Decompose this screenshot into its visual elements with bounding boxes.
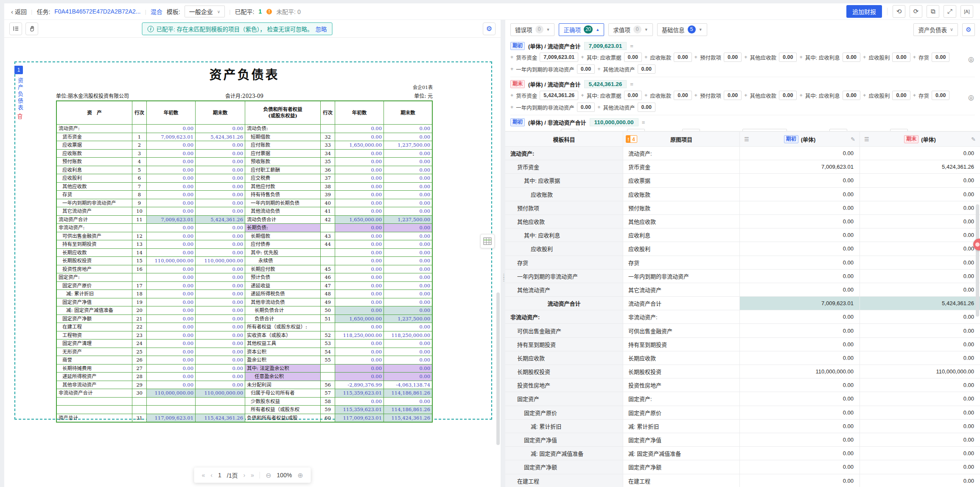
mapping-table-row[interactable]: 可供出售金融资产可供出售金融资产0.000.00 [505,324,980,337]
sheet-table-row[interactable]: 减: 固定资产减值准备200.000.00长期负债合计500.000.00 [57,306,432,314]
ignore-link[interactable]: 忽略 [316,25,327,33]
term-value[interactable]: 5,424,361.26 [540,91,578,100]
mapping-table-row[interactable]: 其他应收款其他应收款0.000.00 [505,215,980,228]
pencil-icon[interactable]: ✎ [971,136,976,142]
template-select[interactable]: 一般企业 ∨ [185,6,225,17]
history-icon[interactable]: ⟲ [893,5,905,18]
tab-求值项[interactable]: 求值项0▼ [608,23,652,36]
tab-基础信息[interactable]: 基础信息5▼ [657,23,707,36]
sheet-table-row[interactable]: 递延所得税资产280.000.00任意盈余公积0.000.00 [57,372,432,381]
mapping-table-row[interactable]: 减: 固定资产减值准备减: 固定资产减值准备0.000.00 [505,447,980,460]
term-value[interactable]: 0.00 [779,53,797,62]
document-scrollbar[interactable] [496,292,500,445]
mapping-table-row[interactable]: 非流动资产:非流动资产:0.000.00 [505,310,980,324]
term-value[interactable]: 0.00 [577,103,595,112]
mapping-table-row[interactable]: 其中: 应收利息应收利息0.000.00 [505,228,980,242]
mapping-table-row[interactable]: 其中: 应收票据应收票据0.000.00 [505,174,980,187]
append-report-button[interactable]: 追加财报 [846,5,882,18]
formula-total[interactable]: 7,009,623.01 [584,42,627,50]
zoom-in-icon[interactable]: ⊕ [297,471,303,479]
sheet-table-row[interactable]: 减: 累计折旧180.000.00递延所得税负债480.000.00 [57,289,432,298]
first-page-icon[interactable]: « [202,472,205,479]
sheet-table-row[interactable]: 固定资产净值190.000.00其他非流动负债490.000.00 [57,298,432,306]
sheet-table-row[interactable]: 可供出售金融资产120.000.00长期借款430.000.00 [57,232,432,240]
sheet-table-row[interactable]: 长期应收款140.000.00其中: 优先股0.000.00 [57,248,432,257]
list-icon[interactable]: ☰ [744,136,749,142]
mapping-table-row[interactable]: 预付款项预付账款0.000.00 [505,201,980,215]
term-value[interactable]: 7,009,623.01 [540,53,578,62]
term-value[interactable]: 0.00 [892,53,910,62]
last-page-icon[interactable]: » [251,472,254,479]
task-id-link[interactable]: F0A41B46572E47D2A2B72A2... [54,8,140,15]
panel-scrollbar[interactable] [976,204,979,317]
sheet-table-row[interactable]: 持有至到期投资130.000.00应付债券440.000.00 [57,240,432,248]
sheet-table-row[interactable]: 商誉260.000.00盈余公积550.000.00 [57,356,432,364]
mapping-table-row[interactable]: 应收账款应收账款0.000.00 [505,188,980,201]
mapping-table-row[interactable]: 流动资产:流动资产:0.000.00 [505,147,980,160]
list-icon[interactable]: ☰ [864,136,869,142]
sheet-table-row[interactable]: 流动资产合计117,009,623.015,424,361.26流动负债合计42… [57,215,432,224]
outline-icon[interactable] [9,22,22,35]
sheet-table-row[interactable]: 长期待摊费用270.000.00其中: 法定盈余公积0.000.00 [57,364,432,373]
term-value[interactable]: 0.00 [674,53,692,62]
panel-settings-gear-icon[interactable]: ⚙ [962,23,975,36]
mapping-table-row[interactable]: 固定资产净值固定资产净值0.000.00 [505,433,980,447]
trash-icon[interactable] [17,113,23,120]
term-value[interactable]: 0.00 [624,53,642,62]
mapping-table-row[interactable]: 货币资金货币资金7,009,623.015,424,361.26 [505,160,980,174]
sheet-table-row[interactable]: 货币资金17,009,623.015,424,361.26短期借款320.000… [57,133,432,141]
sheet-table-row[interactable]: 固定资产:0.000.00预计负债460.000.00 [57,273,432,281]
locate-icon[interactable]: ◎ [968,93,974,101]
sheet-table-row[interactable]: 流动资产:0.000.00流动负债:0.000.00 [57,124,432,133]
term-value[interactable]: 0.00 [932,53,949,62]
ocr-icon[interactable]: [A] [960,5,973,18]
formula-total[interactable]: 5,424,361.26 [584,80,627,88]
prev-page-icon[interactable]: ‹ [210,472,213,479]
mapping-table-row[interactable]: 存货存货0.000.00 [505,256,980,270]
sheet-side-tab[interactable]: 资产负债表 [16,78,24,111]
tab-正确项[interactable]: 正确项20▲ [559,23,604,36]
sheet-table-row[interactable]: 应收票据20.000.00应付账款331,650,000.001,237,500… [57,141,432,149]
sheet-table-row[interactable]: 固定资产净额210.000.00负债合计511,650,000.001,237,… [57,314,432,323]
sheet-table-row[interactable]: 无形资产250.000.00资本公积540.000.00 [57,348,432,356]
open-in-new-icon[interactable]: ⧉ [927,5,939,18]
sheet-table-row[interactable]: 应收利息50.000.00应付职工薪酬360.000.00 [57,166,432,174]
page-input[interactable]: 1 [218,472,221,479]
term-value[interactable]: 0.00 [724,91,742,100]
document-selection[interactable]: 1 资产负债表 资产负债表 会企01表 单位:丽水金汛股权投资有限公司 会计月:… [14,61,492,420]
report-type-select[interactable]: 资产负债表 ∨ [913,23,958,36]
term-value[interactable]: 0.00 [779,91,797,100]
sheet-table-row[interactable]: 所有者权益（或股东权59115,359,623.01114,186,861.26 [57,405,432,414]
fullscreen-icon[interactable]: ⤢ [944,5,956,18]
sheet-table-row[interactable]: 非流动资产:0.000.00长期负债:0.000.00 [57,223,432,232]
panel-splitter[interactable]: ⋮⋮ [501,20,505,487]
term-value[interactable]: 0.00 [892,91,910,100]
sheet-table-row[interactable]: 应收股利60.000.00应交税费370.000.00 [57,174,432,182]
refresh-icon[interactable]: ⟳ [910,5,922,18]
term-value[interactable]: 0.00 [843,53,860,62]
sheet-table-row[interactable]: 固定资产原价170.000.00递延收益470.000.00 [57,281,432,290]
mapping-table-row[interactable]: 固定资产固定资产:0.000.00 [505,392,980,406]
pencil-icon[interactable]: ✎ [851,136,855,142]
sheet-table-row[interactable]: 其他应收款70.000.00其他应付款380.000.00 [57,182,432,191]
sheet-table-row[interactable]: 非流动资产合计30110,000,000.00110,000,000.00归属于… [57,389,432,397]
term-value[interactable]: 0.00 [932,91,949,100]
next-page-icon[interactable]: › [243,472,245,479]
sheet-table-row[interactable]: 少数股东权益580.000.00 [57,397,432,406]
table-locate-icon[interactable] [480,234,495,248]
sheet-table-row[interactable]: 投资性房地产160.000.00长期应付款450.000.00 [57,265,432,273]
mapping-table-row[interactable]: 一年内到期的非流动资产一年内到期的非流动资产0.000.00 [505,270,980,283]
sheet-table-row[interactable]: 预付账款40.000.00预收账款350.000.00 [57,157,432,166]
sheet-table-row[interactable]: 其它流动资产100.000.00其他流动负债410.000.00 [57,207,432,215]
sheet-table-row[interactable]: 存货80.000.00持有待售负债390.000.00 [57,190,432,199]
sheet-table-row[interactable]: 长期股权投资15110,000,000.00110,000,000.00永续债0… [57,256,432,265]
mapping-table-row[interactable]: 长期应收款长期应收款0.000.00 [505,351,980,365]
doc-settings-gear-icon[interactable]: ⚙ [483,22,496,35]
back-button[interactable]: ‹ 返回 [11,7,27,16]
term-value[interactable]: 0.00 [577,64,595,74]
term-value[interactable]: 0.00 [843,91,860,100]
sheet-table-row[interactable]: 固定资产清理240.000.00其他权益工具530.000.00 [57,339,432,348]
sheet-table-row[interactable]: 应收账款30.000.00应付票据340.000.00 [57,149,432,158]
tab-错误项[interactable]: 错误项0▼ [510,23,554,36]
mapping-table-row[interactable]: 固定资产净额固定资产净额0.000.00 [505,460,980,474]
